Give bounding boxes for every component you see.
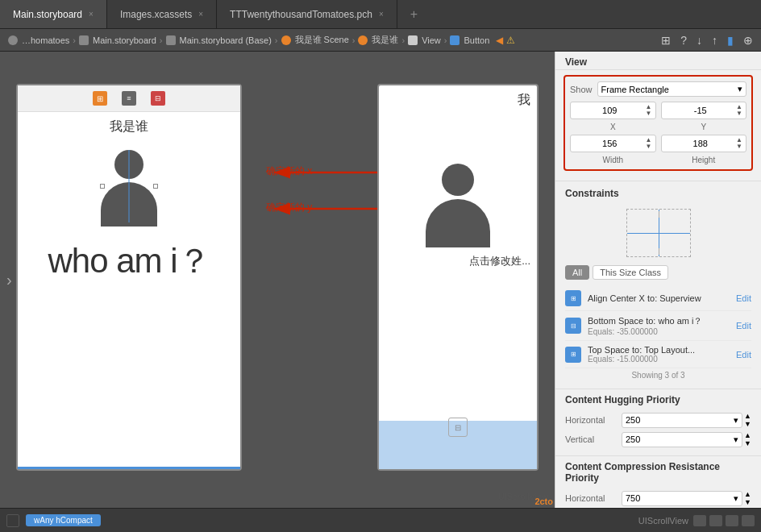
breadcrumb-item[interactable]: 我是谁 <box>356 34 400 46</box>
bottom-icon-1[interactable] <box>6 514 19 527</box>
constraint-icon-inner: ⊟ <box>571 322 576 330</box>
breadcrumb-item[interactable]: Main.storyboard (Base) <box>164 35 273 45</box>
scene2-avatar-head <box>442 164 474 196</box>
x-stepper[interactable]: ▲ ▼ <box>646 104 652 117</box>
breadcrumb-item[interactable]: Main.storyboard <box>77 35 158 45</box>
arrow-label-x: 确定新的 x <box>266 164 312 178</box>
y-input[interactable]: -15 ▲ ▼ <box>661 102 747 119</box>
scroll-icon: ⊟ <box>448 418 468 437</box>
add-tab-icon[interactable]: + <box>404 7 424 22</box>
x-label: X <box>570 123 656 131</box>
height-label: Height <box>661 156 747 164</box>
constraint-icon-3: ⊞ <box>565 347 581 363</box>
tab-images-xcassets[interactable]: Images.xcassets × <box>107 0 217 28</box>
bottom-right-icon-2[interactable] <box>709 515 722 526</box>
stepper-down[interactable]: ▼ <box>744 498 751 506</box>
up-icon[interactable]: ↑ <box>712 34 717 47</box>
tab-all[interactable]: All <box>565 265 589 280</box>
avatar-center-line <box>129 150 130 222</box>
forward-icon[interactable]: ⊕ <box>743 34 753 47</box>
size-class-button[interactable]: wAny hCompact <box>26 514 101 526</box>
height-input[interactable]: 188 ▲ ▼ <box>661 135 747 152</box>
comp-h-stepper[interactable]: ▲ ▼ <box>744 490 751 506</box>
tab-close-icon[interactable]: × <box>89 10 94 19</box>
breadcrumb-item[interactable]: View <box>406 35 443 45</box>
xy-label-row: X Y <box>570 123 746 131</box>
constraints-title: Constraints <box>565 188 751 199</box>
breadcrumb-icon <box>408 35 418 45</box>
dropdown-arrow: ▾ <box>734 434 738 445</box>
comp-horizontal-label: Horizontal <box>565 493 622 503</box>
hugging-v-stepper[interactable]: ▲ ▼ <box>744 431 751 447</box>
tab-pch[interactable]: TTTwentythousandTomatoes.pch × <box>217 0 397 28</box>
frame-rect-dropdown[interactable]: Frame Rectangle ▾ <box>597 81 746 97</box>
constraint-diagram-container <box>565 206 751 260</box>
tab-bar: Main.storyboard × Images.xcassets × TTTw… <box>0 0 761 29</box>
constraint-text-3: Top Space to: Top Layout... Equals: -15.… <box>588 345 731 364</box>
constraint-icon-inner: ⊞ <box>571 295 576 302</box>
comp-horizontal-dropdown[interactable]: 750 ▾ <box>622 491 742 506</box>
width-field: 156 ▲ ▼ <box>570 135 656 152</box>
stepper-down[interactable]: ▼ <box>744 420 751 428</box>
hugging-h-stepper[interactable]: ▲ ▼ <box>744 412 751 428</box>
bottom-right-icon-4[interactable] <box>742 515 755 526</box>
xy-row: 109 ▲ ▼ -15 ▲ ▼ <box>570 102 746 119</box>
breadcrumb-item[interactable]: Button <box>448 35 491 45</box>
constraint-row-1: ⊞ Align Center X to: Superview Edit <box>565 286 751 311</box>
bottom-right-icon-3[interactable] <box>726 515 738 526</box>
nav-icon[interactable]: ⊞ <box>661 34 671 47</box>
width-down[interactable]: ▼ <box>646 143 652 150</box>
width-input[interactable]: 156 ▲ ▼ <box>570 135 656 152</box>
bottom-left: wAny hCompact <box>6 514 101 527</box>
download-icon[interactable]: ↓ <box>697 34 702 47</box>
width-stepper[interactable]: ▲ ▼ <box>646 137 652 150</box>
y-stepper[interactable]: ▲ ▼ <box>736 104 742 117</box>
y-down[interactable]: ▼ <box>736 110 742 117</box>
stepper-up[interactable]: ▲ <box>744 490 751 498</box>
hugging-horizontal-dropdown[interactable]: 250 ▾ <box>622 413 742 428</box>
breadcrumb-icon <box>358 35 368 45</box>
breadcrumb-sep: › <box>275 35 278 45</box>
x-input[interactable]: 109 ▲ ▼ <box>570 102 656 119</box>
hugging-horizontal-label: Horizontal <box>565 415 622 425</box>
breadcrumb-text: View <box>422 35 441 45</box>
constraint-edit-1[interactable]: Edit <box>736 293 751 303</box>
breadcrumb-item[interactable]: ◀ <box>494 35 505 46</box>
tab-close-icon[interactable]: × <box>379 10 384 19</box>
height-stepper[interactable]: ▲ ▼ <box>736 137 742 150</box>
breadcrumb-text: …homatoes <box>22 35 69 45</box>
breadcrumb: …homatoes › Main.storyboard › Main.story… <box>0 29 761 52</box>
help-icon[interactable]: ? <box>680 34 687 47</box>
avatar-figure <box>97 150 161 222</box>
breadcrumb-item[interactable]: ⚠ <box>505 35 517 46</box>
canvas-area[interactable]: › ⊞ ≡ ⊟ <box>0 52 555 508</box>
alert-icon: ⚠ <box>506 35 515 46</box>
breadcrumb-sep: › <box>444 35 447 45</box>
inspector-icon[interactable]: ▮ <box>727 34 734 47</box>
breadcrumb-text: 我是谁 <box>372 34 398 46</box>
stepper-up[interactable]: ▲ <box>744 431 751 439</box>
breadcrumb-item[interactable]: 我是谁 Scene <box>280 34 351 46</box>
stepper-up[interactable]: ▲ <box>744 412 751 420</box>
x-down[interactable]: ▼ <box>646 110 652 117</box>
tab-label: Images.xcassets <box>120 9 192 20</box>
iphone-frame-scene1[interactable]: ⊞ ≡ ⊟ 我是谁 <box>16 84 242 471</box>
scene2-title: 我 <box>379 85 537 115</box>
red-square-icon: ⊟ <box>151 91 165 106</box>
scene2-avatar-body <box>426 199 490 247</box>
bottom-indicator <box>18 467 240 469</box>
constraint-text-2: Bottom Space to: who am i？ Equals: -35.0… <box>588 315 731 336</box>
content-hugging-title: Content Hugging Priority <box>565 394 751 405</box>
constraint-row-3: ⊞ Top Space to: Top Layout... Equals: -1… <box>565 341 751 368</box>
bottom-right-icon-1[interactable] <box>693 515 706 526</box>
tab-size-class[interactable]: This Size Class <box>593 265 668 280</box>
iphone-frame-scene2[interactable]: 我 点击修改姓... ⊟ <box>377 84 539 471</box>
constraint-edit-3[interactable]: Edit <box>736 350 751 360</box>
tab-close-icon[interactable]: × <box>198 10 203 19</box>
constraint-edit-2[interactable]: Edit <box>736 321 751 330</box>
stepper-down[interactable]: ▼ <box>744 439 751 447</box>
tab-main-storyboard[interactable]: Main.storyboard × <box>0 0 107 28</box>
height-down[interactable]: ▼ <box>736 143 742 150</box>
breadcrumb-item[interactable]: …homatoes <box>6 35 71 45</box>
hugging-vertical-dropdown[interactable]: 250 ▾ <box>622 432 742 447</box>
